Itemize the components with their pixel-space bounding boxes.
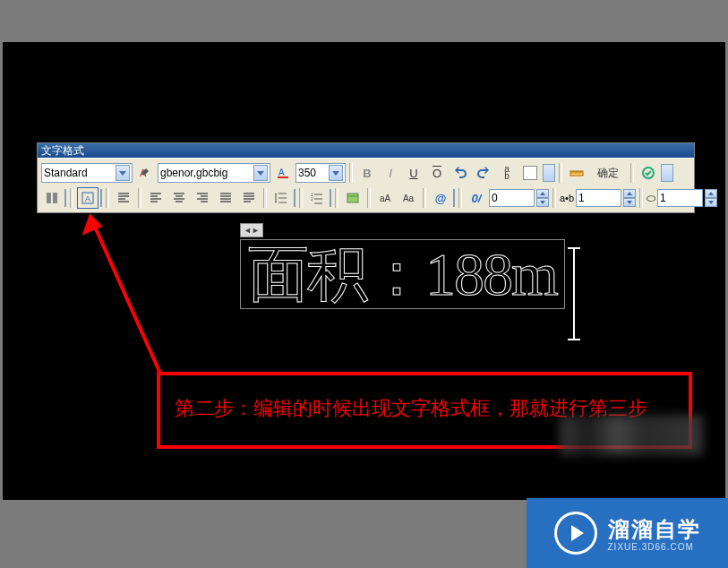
chevron-down-icon[interactable]	[543, 164, 555, 182]
tracking-label: a•b	[560, 193, 574, 203]
ruler-button[interactable]	[566, 162, 587, 184]
uppercase-button[interactable]: aA	[374, 187, 396, 209]
ruler-handle-icon[interactable]	[240, 223, 263, 237]
width-input[interactable]: 1	[657, 189, 703, 207]
mtext-box[interactable]: 面积：188m	[240, 239, 565, 309]
width-label: ⬭	[647, 192, 655, 204]
svg-text:2: 2	[311, 196, 313, 202]
toolbar-row-2: A	[39, 185, 696, 211]
align-left-button[interactable]	[145, 187, 167, 209]
paragraph-button[interactable]	[113, 187, 134, 209]
tracking-spinner[interactable]	[623, 189, 636, 207]
cad-canvas: 文字格式 Standard A gbenor,gbcbig A	[3, 42, 725, 500]
ok-button[interactable]: 确定	[589, 162, 627, 184]
chevron-down-icon[interactable]	[453, 189, 455, 207]
font-picker-icon[interactable]: A	[134, 162, 156, 184]
color-swatch-button[interactable]	[519, 162, 541, 184]
brand-logo: 溜溜自学 ZIXUE.3D66.COM	[527, 498, 728, 568]
tracking-input[interactable]: 1	[576, 189, 621, 207]
chevron-down-icon	[253, 165, 268, 181]
chevron-down-icon[interactable]	[100, 189, 102, 207]
symbol-button[interactable]: @	[430, 187, 451, 209]
panel-title: 文字格式	[38, 143, 694, 158]
insert-field-button[interactable]	[342, 187, 364, 209]
text-cursor-icon	[573, 249, 575, 339]
svg-rect-6	[53, 193, 57, 203]
toolbar: Standard A gbenor,gbcbig A 350	[38, 158, 694, 212]
undo-button[interactable]	[450, 162, 471, 184]
oblique-button[interactable]: 0/	[466, 187, 487, 209]
color-icon[interactable]: A	[272, 162, 294, 184]
align-justify-button[interactable]	[215, 187, 236, 209]
chevron-down-icon	[329, 165, 343, 181]
chevron-down-icon[interactable]	[294, 189, 295, 207]
chevron-down-icon	[116, 165, 130, 181]
chevron-down-icon[interactable]	[330, 189, 331, 207]
stack-button[interactable]: ab	[496, 162, 518, 184]
chevron-down-icon[interactable]	[64, 189, 66, 207]
align-distribute-button[interactable]	[238, 187, 260, 209]
svg-line-12	[90, 217, 160, 374]
watermark-blur	[560, 415, 703, 455]
italic-button[interactable]: I	[380, 162, 401, 184]
svg-marker-13	[85, 217, 99, 232]
svg-rect-11	[347, 194, 358, 202]
font-dropdown[interactable]: gbenor,gbcbig	[158, 163, 270, 183]
brand-url: ZIXUE.3D66.COM	[608, 542, 701, 552]
mtext-editor[interactable]: 面积：188m	[240, 223, 565, 309]
text-format-panel: 文字格式 Standard A gbenor,gbcbig A	[37, 142, 695, 213]
svg-text:A: A	[85, 194, 90, 203]
numbering-button[interactable]: 12	[306, 187, 328, 209]
mtext-align-button[interactable]: A	[77, 187, 98, 209]
options-button[interactable]	[638, 162, 659, 184]
redo-button[interactable]	[473, 162, 494, 184]
underline-button[interactable]: U	[403, 162, 424, 184]
overline-button[interactable]: O	[426, 162, 448, 184]
brand-name: 溜溜自学	[608, 515, 701, 544]
svg-text:A: A	[278, 168, 285, 177]
play-icon	[554, 512, 597, 555]
bold-button[interactable]: B	[356, 162, 378, 184]
toolbar-row-1: Standard A gbenor,gbcbig A 350	[39, 160, 692, 185]
style-dropdown[interactable]: Standard	[41, 163, 133, 183]
oblique-spinner[interactable]	[536, 189, 549, 207]
oblique-input[interactable]: 0	[489, 189, 535, 207]
height-value: 350	[298, 167, 316, 179]
mtext-content: 面积：188m	[248, 240, 557, 308]
height-dropdown[interactable]: 350	[295, 163, 346, 183]
svg-rect-5	[47, 193, 51, 203]
align-center-button[interactable]	[168, 187, 190, 209]
chevron-down-icon[interactable]	[661, 164, 673, 182]
align-right-button[interactable]	[192, 187, 213, 209]
style-value: Standard	[44, 167, 88, 179]
line-spacing-button[interactable]	[270, 187, 292, 209]
lowercase-button[interactable]: Aa	[398, 187, 419, 209]
columns-button[interactable]	[41, 187, 63, 209]
width-spinner[interactable]	[705, 189, 717, 207]
svg-rect-2	[278, 176, 288, 178]
font-value: gbenor,gbcbig	[160, 167, 227, 179]
